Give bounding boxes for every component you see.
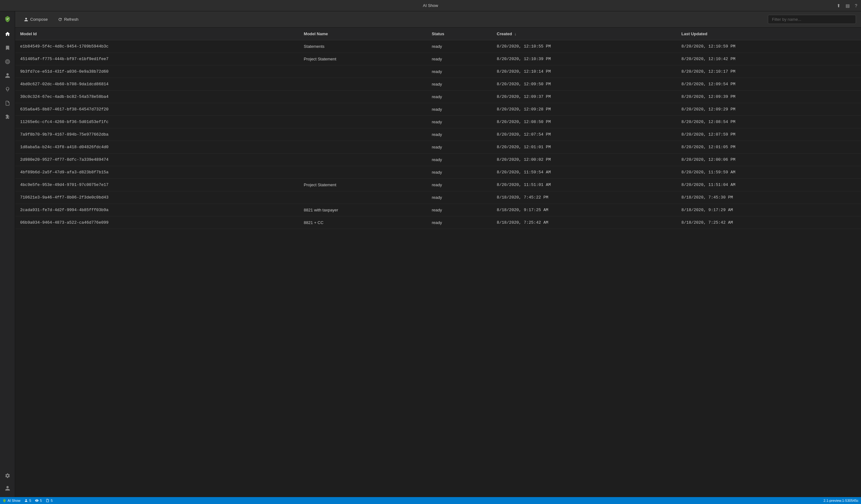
cell-status: ready (427, 116, 492, 128)
cell-model-id: 30c0c324-67ec-4adb-bc82-54a578e58ba4 (15, 90, 299, 103)
sidebar-item-account[interactable] (1, 482, 14, 494)
sidebar (0, 11, 15, 497)
cell-created: 8/20/2020, 12:00:02 PM (492, 154, 676, 166)
cell-status: ready (427, 191, 492, 204)
cell-last-updated: 8/18/2020, 9:17:29 AM (676, 204, 861, 216)
help-icon[interactable]: ? (855, 3, 857, 8)
cell-status: ready (427, 166, 492, 179)
models-table: Model Id Model Name Status Created ↓ Las… (15, 28, 861, 229)
cell-model-name (299, 78, 427, 90)
col-model-id[interactable]: Model Id (15, 28, 299, 40)
table-row[interactable]: 4bc9e5fe-953e-49d4-9701-97c0075e7e17Proj… (15, 179, 861, 191)
cell-model-name: 8821 with taxpayer (299, 204, 427, 216)
cell-model-name (299, 191, 427, 204)
col-last-updated[interactable]: Last Updated (676, 28, 861, 40)
cell-created: 8/20/2020, 12:09:28 PM (492, 103, 676, 116)
sidebar-item-lightbulb[interactable] (1, 83, 14, 96)
cell-model-id: 635a6a45-8b87-4617-bf38-64547d732f20 (15, 103, 299, 116)
statusbar-count3: 5 (46, 499, 53, 502)
cell-last-updated: 8/20/2020, 12:08:54 PM (676, 116, 861, 128)
table-row[interactable]: 4bf89b6d-2a5f-47d9-afa3-d823b8f7b15aread… (15, 166, 861, 179)
cell-model-name: Project Statement (299, 53, 427, 66)
cell-last-updated: 8/20/2020, 12:09:39 PM (676, 90, 861, 103)
cell-model-id: 7a9f8b70-9b79-4167-894b-75e977662dba (15, 128, 299, 141)
cell-status: ready (427, 53, 492, 66)
table-row[interactable]: 9b3fd7ce-e51d-431f-a036-0e9a38b72d60read… (15, 66, 861, 78)
table-row[interactable]: e1b84549-5f4c-4d8c-9454-1709b5944b3cStat… (15, 40, 861, 53)
cell-created: 8/20/2020, 12:09:37 PM (492, 90, 676, 103)
sidebar-item-bookmark[interactable] (1, 42, 14, 54)
table-row[interactable]: 2cada931-fe7d-4d2f-9994-4b85fff03b9a8821… (15, 204, 861, 216)
statusbar-count2: 5 (35, 499, 42, 502)
sidebar-bottom (1, 470, 14, 494)
svg-point-2 (7, 61, 8, 62)
cell-last-updated: 8/20/2020, 12:09:29 PM (676, 103, 861, 116)
cell-last-updated: 8/20/2020, 11:59:59 AM (676, 166, 861, 179)
titlebar-actions: ⬆ ▤ ? (837, 3, 857, 8)
table-row[interactable]: 4bd0c627-02dc-4b60-b708-9da1dcd86814read… (15, 78, 861, 90)
sidebar-item-person[interactable] (1, 69, 14, 82)
cell-created: 8/18/2020, 7:25:42 AM (492, 216, 676, 229)
sidebar-item-settings[interactable] (1, 470, 14, 482)
col-model-name[interactable]: Model Name (299, 28, 427, 40)
layout-icon[interactable]: ▤ (846, 3, 850, 8)
compose-icon (24, 17, 28, 22)
table-row[interactable]: 30c0c324-67ec-4adb-bc82-54a578e58ba4read… (15, 90, 861, 103)
sidebar-item-target[interactable] (1, 55, 14, 68)
cell-last-updated: 8/20/2020, 12:10:17 PM (676, 66, 861, 78)
cell-model-name (299, 90, 427, 103)
filter-input[interactable] (768, 15, 856, 24)
cell-status: ready (427, 204, 492, 216)
cell-last-updated: 8/20/2020, 12:09:54 PM (676, 78, 861, 90)
table-row[interactable]: 1d8aba5a-b24c-43f8-a418-d04826fdc4d0read… (15, 141, 861, 154)
table-header: Model Id Model Name Status Created ↓ Las… (15, 28, 861, 40)
refresh-button[interactable]: Refresh (54, 15, 82, 24)
models-table-container[interactable]: Model Id Model Name Status Created ↓ Las… (15, 28, 861, 497)
cell-model-id: 2cada931-fe7d-4d2f-9994-4b85fff03b9a (15, 204, 299, 216)
titlebar: AI Show ⬆ ▤ ? (0, 0, 861, 11)
statusbar-person-icon (24, 499, 28, 502)
cell-model-id: 1d8aba5a-b24c-43f8-a418-d04826fdc4d0 (15, 141, 299, 154)
share-icon[interactable]: ⬆ (837, 3, 840, 8)
statusbar-count1: 5 (24, 499, 31, 502)
col-status[interactable]: Status (427, 28, 492, 40)
cell-model-id: 4bd0c627-02dc-4b60-b708-9da1dcd86814 (15, 78, 299, 90)
sidebar-logo (2, 14, 13, 24)
sidebar-item-plugin[interactable] (1, 111, 14, 123)
table-row[interactable]: 451405af-f775-444b-bf97-e1bf9ed1fee7Proj… (15, 53, 861, 66)
statusbar-doc-icon (46, 499, 50, 502)
cell-last-updated: 8/20/2020, 12:01:05 PM (676, 141, 861, 154)
cell-status: ready (427, 40, 492, 53)
cell-model-name (299, 103, 427, 116)
cell-last-updated: 8/20/2020, 12:07:59 PM (676, 128, 861, 141)
cell-model-name: Project Statement (299, 179, 427, 191)
cell-status: ready (427, 90, 492, 103)
statusbar-appname: AI Show (2, 499, 20, 502)
cell-created: 8/20/2020, 12:08:50 PM (492, 116, 676, 128)
cell-status: ready (427, 66, 492, 78)
sidebar-item-document[interactable] (1, 97, 14, 110)
app-body: Compose Refresh Model Id Model Name Stat… (0, 11, 861, 497)
cell-last-updated: 8/20/2020, 12:10:59 PM (676, 40, 861, 53)
compose-button[interactable]: Compose (20, 15, 52, 24)
cell-model-name (299, 116, 427, 128)
cell-created: 8/20/2020, 11:51:01 AM (492, 179, 676, 191)
table-row[interactable]: 7a9f8b70-9b79-4167-894b-75e977662dbaread… (15, 128, 861, 141)
cell-model-name (299, 141, 427, 154)
cell-model-id: 451405af-f775-444b-bf97-e1bf9ed1fee7 (15, 53, 299, 66)
cell-model-id: 11265e6c-cfc4-4260-bf36-5d01d53ef1fc (15, 116, 299, 128)
table-row[interactable]: 710621e3-9a46-4ff7-8b06-2f3de0c0bd43read… (15, 191, 861, 204)
cell-status: ready (427, 154, 492, 166)
table-row[interactable]: 2d980e20-9527-4f77-8dfc-7a339e489474read… (15, 154, 861, 166)
cell-last-updated: 8/20/2020, 12:10:42 PM (676, 53, 861, 66)
sidebar-item-home[interactable] (1, 28, 14, 40)
cell-created: 8/20/2020, 12:07:54 PM (492, 128, 676, 141)
main-content: Compose Refresh Model Id Model Name Stat… (15, 11, 861, 497)
cell-created: 8/20/2020, 11:59:54 AM (492, 166, 676, 179)
cell-model-id: 2d980e20-9527-4f77-8dfc-7a339e489474 (15, 154, 299, 166)
col-created[interactable]: Created ↓ (492, 28, 676, 40)
table-row[interactable]: 11265e6c-cfc4-4260-bf36-5d01d53ef1fcread… (15, 116, 861, 128)
cell-status: ready (427, 128, 492, 141)
table-row[interactable]: 635a6a45-8b87-4617-bf38-64547d732f20read… (15, 103, 861, 116)
table-row[interactable]: 06b9a034-9464-4873-a522-ca46d776e0998821… (15, 216, 861, 229)
